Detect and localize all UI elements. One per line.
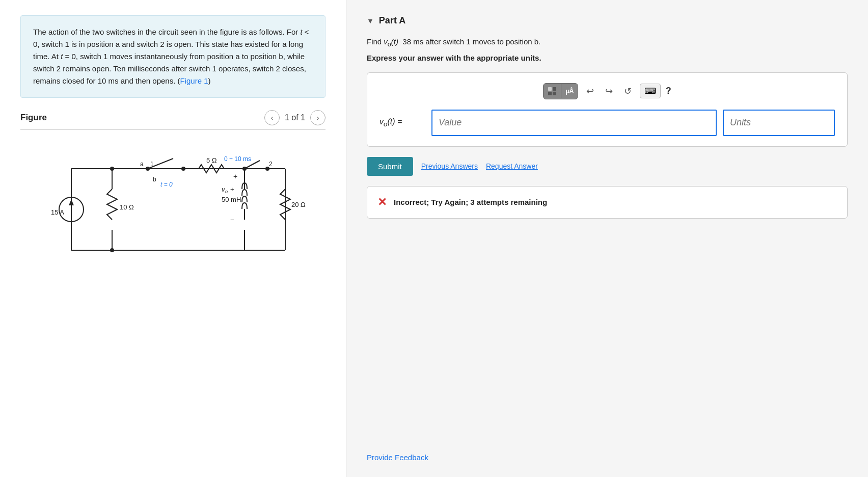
redo-button[interactable]: ↪	[602, 84, 616, 99]
input-row: vo(t) =	[379, 110, 835, 136]
request-answer-link[interactable]: Request Answer	[486, 162, 538, 170]
figure-header: Figure ‹ 1 of 1 ›	[20, 110, 326, 130]
next-figure-button[interactable]: ›	[310, 110, 326, 125]
toolbar: μÅ ↩ ↪ ↺ ⌨ ?	[379, 83, 835, 99]
svg-text:a: a	[140, 161, 144, 168]
refresh-button[interactable]: ↺	[621, 84, 635, 99]
svg-rect-42	[553, 87, 556, 91]
svg-text:o: o	[225, 189, 228, 194]
svg-text:5 Ω: 5 Ω	[206, 156, 217, 164]
undo-button[interactable]: ↩	[583, 84, 597, 99]
error-box: ✕ Incorrect; Try Again; 3 attempts remai…	[367, 186, 848, 219]
figure-title: Figure	[20, 113, 47, 123]
figure-nav: ‹ 1 of 1 ›	[264, 110, 326, 125]
value-input[interactable]	[431, 110, 717, 136]
error-icon: ✕	[377, 196, 387, 209]
svg-text:b: b	[153, 176, 156, 183]
left-panel: The action of the two switches in the ci…	[0, 0, 346, 477]
svg-rect-43	[548, 92, 552, 95]
svg-text:0 + 10 ms: 0 + 10 ms	[224, 155, 251, 163]
part-label: Part A	[379, 15, 405, 26]
help-button[interactable]: ?	[666, 86, 671, 96]
previous-answers-link[interactable]: Previous Answers	[421, 162, 478, 170]
actions-row: Submit Previous Answers Request Answer	[367, 157, 848, 176]
svg-text:2: 2	[269, 161, 273, 168]
svg-rect-41	[548, 87, 552, 91]
circuit-diagram: 15 A 10 Ω a	[20, 138, 326, 281]
svg-point-12	[110, 248, 114, 252]
problem-text-box: The action of the two switches in the ci…	[20, 15, 326, 98]
provide-feedback-link[interactable]: Provide Feedback	[367, 453, 848, 462]
problem-text: The action of the two switches in the ci…	[33, 28, 309, 85]
express-units-label: Express your answer with the appropriate…	[367, 54, 848, 62]
question-text: Find vo(t) 38 ms after switch 1 moves to…	[367, 36, 848, 49]
error-message: Incorrect; Try Again; 3 attempts remaini…	[394, 198, 547, 206]
svg-text:−: −	[230, 216, 234, 224]
part-collapse-icon[interactable]: ▼	[367, 17, 374, 25]
svg-text:20 Ω: 20 Ω	[291, 201, 306, 208]
matrix-icon-btn[interactable]	[544, 84, 561, 99]
equation-label: vo(t) =	[379, 117, 425, 128]
toolbar-matrix-group[interactable]: μÅ	[543, 83, 578, 99]
svg-point-21	[181, 167, 185, 171]
svg-text:t = 0: t = 0	[160, 181, 173, 188]
svg-text:+: +	[233, 172, 237, 180]
question-container: Find vo(t) 38 ms after switch 1 moves to…	[367, 36, 848, 62]
figure-section: Figure ‹ 1 of 1 ›	[20, 110, 326, 281]
svg-text:50 mH: 50 mH	[222, 196, 241, 203]
svg-rect-44	[553, 92, 556, 95]
right-panel: ▼ Part A Find vo(t) 38 ms after switch 1…	[346, 0, 868, 477]
part-header: ▼ Part A	[367, 15, 848, 26]
svg-text:15 A: 15 A	[51, 208, 64, 216]
units-icon-btn[interactable]: μÅ	[561, 84, 577, 98]
figure-counter: 1 of 1	[285, 113, 305, 122]
keyboard-button[interactable]: ⌨	[640, 84, 661, 98]
circuit-svg: 15 A 10 Ω a	[41, 148, 306, 271]
units-input[interactable]	[723, 110, 835, 136]
prev-figure-button[interactable]: ‹	[264, 110, 280, 125]
svg-text:10 Ω: 10 Ω	[120, 203, 134, 211]
answer-box: μÅ ↩ ↪ ↺ ⌨ ? vo(t) =	[367, 72, 848, 147]
submit-button[interactable]: Submit	[367, 157, 413, 176]
svg-text:+: +	[230, 186, 234, 193]
svg-marker-6	[69, 199, 74, 205]
figure-link[interactable]: Figure 1	[180, 76, 208, 85]
